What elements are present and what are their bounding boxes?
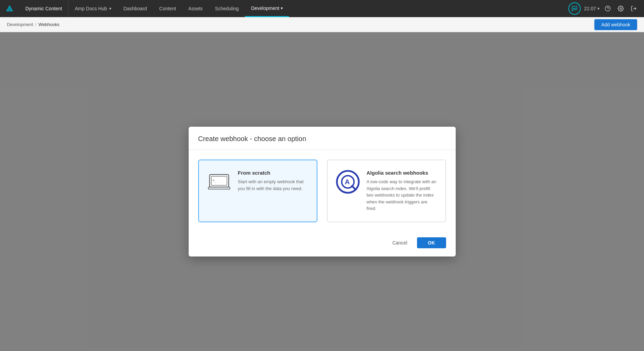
svg-rect-12: [208, 187, 230, 189]
svg-point-3: [574, 8, 575, 9]
nav-item-scheduling[interactable]: Scheduling: [209, 0, 245, 17]
option-from-scratch[interactable]: >_ From scratch Start with an empty webh…: [198, 160, 317, 222]
nav-item-content[interactable]: Content: [153, 0, 182, 17]
option1-title: From scratch: [238, 170, 308, 176]
option-algolia[interactable]: A Algolia search webhooks A low-code way…: [327, 160, 446, 222]
modal-footer: Cancel OK: [189, 232, 456, 256]
app-name: Dynamic Content: [19, 0, 68, 17]
breadcrumb-bar: Development / Webhooks Add webhook: [0, 17, 644, 32]
exit-icon[interactable]: [629, 4, 639, 13]
nav-item-assets[interactable]: Assets: [182, 0, 209, 17]
option2-content: Algolia search webhooks A low-code way t…: [367, 170, 437, 212]
svg-point-4: [575, 8, 576, 9]
option1-content: From scratch Start with an empty webhook…: [238, 170, 308, 192]
option2-title: Algolia search webhooks: [367, 170, 437, 176]
app-logo[interactable]: [0, 0, 19, 17]
cancel-button[interactable]: Cancel: [387, 237, 413, 248]
chat-icon[interactable]: [568, 2, 581, 15]
svg-line-15: [352, 186, 356, 190]
topbar-right: 21:07 ▾: [563, 0, 644, 17]
modal-header: Create webhook - choose an option: [189, 127, 456, 150]
hub-selector[interactable]: Amp Docs Hub ▾: [68, 0, 117, 17]
development-chevron-icon: ▾: [281, 6, 283, 11]
hub-name: Amp Docs Hub: [75, 6, 107, 11]
option2-description: A low-code way to integrate with an Algo…: [367, 178, 437, 212]
breadcrumb-parent[interactable]: Development: [7, 22, 33, 27]
algolia-icon: A: [336, 170, 360, 194]
svg-point-7: [620, 8, 622, 10]
settings-icon[interactable]: [616, 4, 626, 13]
modal-title: Create webhook - choose an option: [198, 135, 446, 143]
svg-point-2: [573, 8, 574, 9]
breadcrumb: Development / Webhooks: [7, 22, 59, 27]
nav-item-dashboard[interactable]: Dashboard: [117, 0, 153, 17]
create-webhook-modal: Create webhook - choose an option >_: [189, 127, 456, 256]
modal-overlay: Create webhook - choose an option >_: [0, 32, 644, 351]
topbar-time: 21:07 ▾: [584, 6, 599, 11]
help-icon[interactable]: [603, 4, 613, 13]
breadcrumb-current: Webhooks: [38, 22, 59, 27]
nav-item-development[interactable]: Development ▾: [245, 0, 289, 17]
svg-text:>_: >_: [212, 178, 216, 183]
breadcrumb-separator: /: [35, 22, 37, 27]
svg-text:A: A: [345, 178, 350, 186]
topbar: Dynamic Content Amp Docs Hub ▾ Dashboard…: [0, 0, 644, 17]
hub-chevron-icon: ▾: [109, 6, 111, 11]
terminal-icon: >_: [207, 170, 231, 194]
modal-body: >_ From scratch Start with an empty webh…: [189, 150, 456, 232]
main-content: Create webhook - choose an option >_: [0, 32, 644, 351]
main-nav: Dashboard Content Assets Scheduling Deve…: [117, 0, 563, 17]
option1-description: Start with an empty webhook that you fil…: [238, 178, 308, 192]
add-webhook-button[interactable]: Add webhook: [594, 19, 637, 30]
time-chevron-icon: ▾: [597, 6, 599, 11]
ok-button[interactable]: OK: [417, 237, 446, 248]
